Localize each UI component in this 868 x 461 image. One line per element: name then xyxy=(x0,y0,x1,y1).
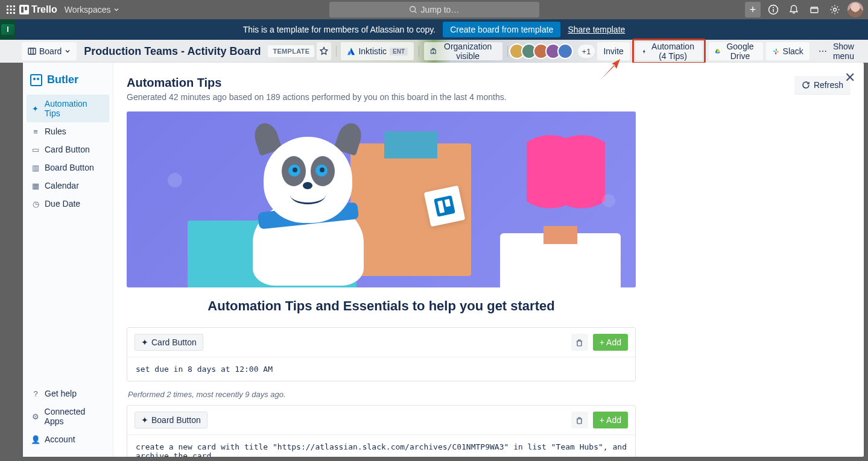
tip-footer: Performed 2 times, most recently 9 days … xyxy=(127,389,851,405)
help-icon: ? xyxy=(31,389,40,398)
share-template-link[interactable]: Share template xyxy=(568,25,625,34)
butler-panel: Butler ✦ Automation Tips ≡ Rules ▭ Card … xyxy=(23,63,864,457)
workspaces-dropdown[interactable]: Workspaces xyxy=(60,5,125,14)
sidebar-item-label: Board Button xyxy=(45,163,94,172)
refresh-icon xyxy=(802,81,810,89)
butler-title: Butler xyxy=(27,71,109,95)
sidebar-item-connected-apps[interactable]: ⚙ Connected Apps xyxy=(27,403,109,430)
extra-members-count[interactable]: +1 xyxy=(578,45,595,58)
sidebar-item-account[interactable]: 👤 Account xyxy=(27,430,109,448)
google-drive-button[interactable]: Google Drive xyxy=(709,42,763,60)
add-tip-button[interactable]: + Add xyxy=(593,334,628,351)
tip-type-badge[interactable]: ✦ Card Button xyxy=(135,334,203,351)
automation-button[interactable]: Automation (4 Tips) xyxy=(636,42,702,60)
sidebar-item-rules[interactable]: ≡ Rules xyxy=(27,122,109,140)
trash-icon xyxy=(575,339,583,347)
tip-type-badge[interactable]: ✦ Board Button xyxy=(135,412,207,428)
butler-title-text: Butler xyxy=(47,74,78,86)
butler-icon xyxy=(30,74,42,86)
gdrive-label: Google Drive xyxy=(723,42,756,61)
google-drive-icon xyxy=(715,47,720,55)
sidebar-item-label: Get help xyxy=(45,389,77,398)
trash-icon xyxy=(575,416,583,424)
tip-type-label: Card Button xyxy=(151,337,197,347)
svg-rect-6 xyxy=(7,12,8,14)
content-header: Automation Tips Generated 42 minutes ago… xyxy=(127,76,851,102)
search-input[interactable]: Jump to… xyxy=(329,2,539,17)
tip-code: set due in 8 days at 12:00 AM xyxy=(127,357,635,381)
refresh-button[interactable]: Refresh xyxy=(794,76,851,94)
intro-heading: Automation Tips and Essentials to help y… xyxy=(127,298,636,314)
atlassian-icon xyxy=(347,47,355,55)
workspaces-label: Workspaces xyxy=(65,5,111,14)
bow-pink xyxy=(527,121,605,223)
sidebar-item-board-button[interactable]: ▥ Board Button xyxy=(27,158,109,177)
close-button[interactable]: ✕ xyxy=(844,70,855,86)
svg-rect-5 xyxy=(13,9,15,11)
sidebar-item-label: Connected Apps xyxy=(45,407,104,426)
sidebar-item-calendar[interactable]: ▦ Calendar xyxy=(27,177,109,195)
apps-switcher-icon[interactable] xyxy=(5,4,17,16)
separator xyxy=(336,46,337,57)
sidebar-item-label: Automation Tips xyxy=(45,99,104,118)
board-icon: ▥ xyxy=(31,163,40,172)
delete-tip-button[interactable] xyxy=(571,412,588,428)
svg-rect-16 xyxy=(28,48,36,54)
member-avatar[interactable] xyxy=(557,43,573,59)
rules-icon: ≡ xyxy=(31,127,40,136)
show-menu-label: Show menu xyxy=(830,42,857,61)
tip-header: ✦ Card Button + Add xyxy=(127,328,635,357)
info-icon[interactable] xyxy=(765,2,781,17)
sidebar-item-card-button[interactable]: ▭ Card Button xyxy=(27,140,109,158)
global-topbar: Trello Workspaces Jump to… + xyxy=(0,0,868,19)
delete-tip-button[interactable] xyxy=(571,334,588,351)
slack-icon xyxy=(772,48,780,55)
member-avatars[interactable] xyxy=(513,43,573,59)
sidebar-item-due-date[interactable]: ◷ Due Date xyxy=(27,195,109,213)
tip-type-label: Board Button xyxy=(151,415,201,425)
clock-icon: ◷ xyxy=(31,199,40,208)
create-button[interactable]: + xyxy=(745,2,761,17)
tip-card: ✦ Card Button + Add set due in 8 days at… xyxy=(127,327,636,381)
svg-rect-21 xyxy=(432,52,434,53)
template-badge: TEMPLATE xyxy=(268,45,314,57)
svg-rect-4 xyxy=(10,9,12,11)
separator xyxy=(419,46,419,57)
sidebar-item-label: Card Button xyxy=(45,145,90,154)
visibility-button[interactable]: Organization visible xyxy=(424,42,502,60)
automation-highlight: Automation (4 Tips) xyxy=(632,39,706,64)
sparkle-icon: ✦ xyxy=(141,337,148,347)
boards-icon[interactable] xyxy=(806,2,822,17)
invite-button[interactable]: Invite xyxy=(597,42,629,60)
card-icon: ▭ xyxy=(31,145,40,154)
star-button[interactable] xyxy=(317,42,331,60)
workspace-badge[interactable]: I xyxy=(1,24,14,35)
create-board-button[interactable]: Create board from template xyxy=(443,22,560,37)
slack-button[interactable]: Slack xyxy=(766,42,809,60)
banner-text: This is a template for members of Atlass… xyxy=(243,25,436,34)
board-view-dropdown[interactable]: Board xyxy=(22,42,77,60)
sidebar-item-automation-tips[interactable]: ✦ Automation Tips xyxy=(27,95,109,122)
search-placeholder: Jump to… xyxy=(421,5,460,14)
settings-icon[interactable] xyxy=(827,2,843,17)
brand-text: Trello xyxy=(31,4,57,15)
tip-card: ✦ Board Button + Add create a new card w… xyxy=(127,405,636,457)
show-menu-button[interactable]: ⋯ Show menu xyxy=(813,42,863,60)
slack-label: Slack xyxy=(783,46,803,56)
trello-logo[interactable]: Trello xyxy=(19,4,57,15)
sidebar-item-label: Due Date xyxy=(45,199,80,209)
user-avatar[interactable] xyxy=(847,2,863,17)
search-icon xyxy=(409,5,417,14)
svg-rect-8 xyxy=(13,12,15,14)
svg-rect-3 xyxy=(7,9,8,11)
sidebar-bottom: ? Get help ⚙ Connected Apps 👤 Account xyxy=(27,384,109,448)
add-tip-button[interactable]: + Add xyxy=(593,412,628,428)
org-button[interactable]: Inktistic ENT xyxy=(341,42,414,60)
svg-rect-1 xyxy=(10,5,12,7)
refresh-label: Refresh xyxy=(814,80,843,90)
notifications-icon[interactable] xyxy=(786,2,802,17)
sidebar-item-label: Rules xyxy=(45,127,66,136)
chevron-down-icon xyxy=(65,48,71,54)
board-title[interactable]: Production Teams - Activity Board xyxy=(79,45,265,58)
sidebar-item-get-help[interactable]: ? Get help xyxy=(27,384,109,403)
